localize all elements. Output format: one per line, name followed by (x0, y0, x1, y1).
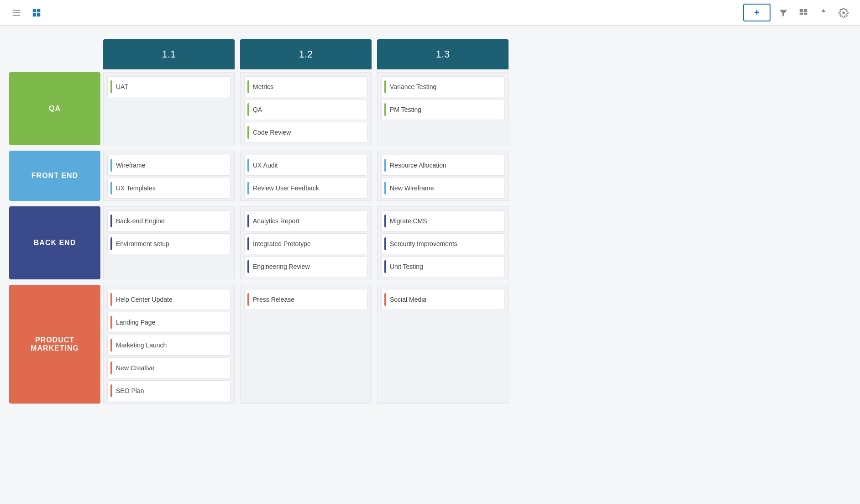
cell-backend-col1: Back-end EngineEnvironment setup (103, 206, 235, 279)
svg-rect-3 (33, 9, 36, 12)
svg-rect-9 (800, 13, 803, 15)
task-item[interactable]: PM Testing (381, 99, 504, 120)
list-view-icon[interactable] (9, 5, 24, 20)
task-item[interactable]: UX Templates (107, 178, 231, 199)
group-icon[interactable] (796, 5, 811, 20)
task-item[interactable]: Analytics Report (244, 210, 367, 231)
add-icon: + (754, 7, 760, 18)
task-accent (110, 362, 112, 374)
task-item[interactable]: Review User Feedback (244, 178, 367, 199)
row-label-backend: BACK END (9, 206, 100, 279)
svg-rect-6 (37, 13, 40, 16)
task-label: New Wireframe (390, 184, 434, 192)
task-accent (384, 237, 386, 250)
add-button[interactable]: + (743, 4, 771, 21)
export-icon[interactable] (816, 5, 831, 20)
task-label: Analytics Report (253, 217, 299, 225)
task-label: PM Testing (390, 106, 421, 113)
task-label: Marketing Launch (116, 341, 167, 349)
task-item[interactable]: QA (244, 99, 367, 120)
task-label: Press Release (253, 296, 294, 303)
task-label: Variance Testing (390, 83, 436, 90)
task-item[interactable]: Environment setup (107, 233, 231, 254)
svg-rect-5 (33, 13, 36, 16)
cell-marketing-col2: Press Release (240, 285, 372, 404)
task-accent (384, 293, 386, 306)
col-header-col3: 1.3 (377, 39, 509, 69)
settings-icon[interactable] (836, 5, 851, 20)
task-label: UAT (116, 83, 128, 90)
task-accent (110, 215, 112, 227)
filter-icon[interactable] (776, 5, 791, 20)
task-accent (384, 80, 386, 93)
task-item[interactable]: Wireframe (107, 155, 231, 176)
svg-rect-1 (13, 12, 21, 13)
task-accent (110, 159, 112, 172)
task-label: Code Review (253, 129, 291, 136)
task-item[interactable]: UAT (107, 76, 231, 97)
task-item[interactable]: Migrate CMS (381, 210, 504, 231)
svg-rect-4 (37, 9, 40, 12)
task-item[interactable]: Resource Allocation (381, 155, 504, 176)
task-label: Migrate CMS (390, 217, 427, 225)
task-accent (110, 237, 112, 250)
svg-rect-0 (13, 10, 21, 10)
cell-backend-col2: Analytics ReportIntegrated PrototypeEngi… (240, 206, 372, 279)
cell-qa-col1: UAT (103, 72, 235, 145)
task-accent (247, 80, 249, 93)
task-accent (247, 215, 249, 227)
svg-rect-8 (804, 9, 807, 12)
task-accent (110, 182, 112, 194)
cell-frontend-col2: UX AuditReview User Feedback (240, 151, 372, 201)
col-header-col1: 1.1 (103, 39, 235, 69)
task-accent (110, 316, 112, 329)
task-label: QA (253, 106, 262, 113)
task-accent (384, 182, 386, 194)
task-item[interactable]: Integrated Prototype (244, 233, 367, 254)
task-accent (110, 80, 112, 93)
task-item[interactable]: Press Release (244, 289, 367, 310)
task-label: Integrated Prototype (253, 240, 311, 247)
cell-marketing-col1: Help Center UpdateLanding PageMarketing … (103, 285, 235, 404)
task-label: Wireframe (116, 162, 146, 169)
task-item[interactable]: New Wireframe (381, 178, 504, 199)
task-accent (247, 293, 249, 306)
task-item[interactable]: Metrics (244, 76, 367, 97)
task-item[interactable]: Engineering Review (244, 256, 367, 277)
svg-point-11 (842, 11, 845, 14)
grid-view-icon[interactable] (29, 5, 44, 20)
task-item[interactable]: Marketing Launch (107, 335, 231, 356)
task-item[interactable]: Back-end Engine (107, 210, 231, 231)
row-label-marketing: PRODUCT MARKETING (9, 285, 100, 404)
task-item[interactable]: Social Media (381, 289, 504, 310)
cell-frontend-col1: WireframeUX Templates (103, 151, 235, 201)
task-accent (247, 182, 249, 194)
task-item[interactable]: UX Audit (244, 155, 367, 176)
task-item[interactable]: Help Center Update (107, 289, 231, 310)
task-item[interactable]: Variance Testing (381, 76, 504, 97)
task-label: Engineering Review (253, 263, 310, 270)
task-label: Help Center Update (116, 296, 173, 303)
task-label: Environment setup (116, 240, 169, 247)
task-label: Unit Testing (390, 263, 423, 270)
task-item[interactable]: Landing Page (107, 312, 231, 333)
svg-rect-10 (804, 13, 807, 15)
task-label: Back-end Engine (116, 217, 165, 225)
task-accent (247, 260, 249, 273)
task-label: Social Media (390, 296, 426, 303)
task-item[interactable]: Unit Testing (381, 256, 504, 277)
task-label: Review User Feedback (253, 184, 319, 192)
header-empty (9, 39, 100, 69)
task-item[interactable]: SEO Plan (107, 380, 231, 401)
task-accent (247, 237, 249, 250)
task-item[interactable]: New Creative (107, 357, 231, 378)
task-accent (110, 293, 112, 306)
task-label: SEO Plan (116, 387, 144, 394)
task-item[interactable]: Code Review (244, 122, 367, 143)
task-label: UX Templates (116, 184, 156, 192)
task-item[interactable]: Sercurity Improvements (381, 233, 504, 254)
task-label: UX Audit (253, 162, 278, 169)
task-accent (247, 126, 249, 139)
cell-backend-col3: Migrate CMSSercurity ImprovementsUnit Te… (377, 206, 509, 279)
task-label: Metrics (253, 83, 273, 90)
